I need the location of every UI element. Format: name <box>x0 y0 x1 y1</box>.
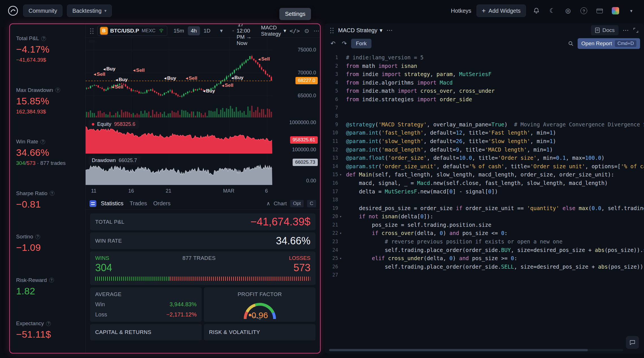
code-line[interactable]: 6from indie.strategies import order_side <box>325 95 644 104</box>
code-line[interactable]: 9@strategy('MACD Strategy', overlay_main… <box>325 120 644 129</box>
info-icon[interactable]: ? <box>55 88 60 92</box>
symbol-selector[interactable]: B BTC/USD.P MEXC <box>97 26 167 36</box>
theme-toggle-button[interactable]: ☾ <box>547 5 558 16</box>
c-button[interactable]: C <box>307 200 316 207</box>
code-line[interactable]: 8 <box>325 112 644 120</box>
code-line[interactable]: 1# indie:lang_version = 5 <box>325 53 644 62</box>
fold-chevron-icon[interactable]: ▾ <box>338 212 343 221</box>
open-report-button[interactable]: Open Report Cmd+D <box>578 38 640 49</box>
fold-chevron-icon[interactable]: ▾ <box>338 171 343 179</box>
profit-factor-title: PROFIT FACTOR <box>204 291 316 297</box>
tab-orders[interactable]: Orders <box>153 200 171 207</box>
code-line[interactable]: 16 macd, signal, _ = Macd.new(self.close… <box>325 179 644 187</box>
undo-button[interactable]: ↶ <box>328 39 338 48</box>
equity-pane[interactable]: Equity 958325.6 <box>86 118 271 154</box>
drag-handle-icon[interactable] <box>330 27 334 33</box>
info-icon[interactable]: ? <box>41 36 46 41</box>
strategy-selector[interactable]: MACD Strategy ▾ <box>261 25 286 37</box>
code-line[interactable]: 11@param.int('slow_length', default=26, … <box>325 137 644 146</box>
fold-chevron-icon[interactable]: ▾ <box>338 229 343 238</box>
docs-button[interactable]: Docs <box>591 25 619 35</box>
tab-trades[interactable]: Trades <box>130 200 147 207</box>
code-line[interactable]: 23 # reverse previous position if exists… <box>325 238 644 246</box>
info-icon[interactable]: ? <box>40 139 45 144</box>
code-area[interactable]: 1# indie:lang_version = 52from math impo… <box>325 50 644 346</box>
code-line[interactable]: 20▾ if not isnan(delta[0]): <box>325 212 644 221</box>
collapse-chevron-icon[interactable]: ∧ <box>266 200 270 207</box>
timeframe-4h[interactable]: 4h <box>188 26 200 35</box>
timeframe-menu-button[interactable]: ▾ <box>217 26 226 35</box>
price-chart-pane[interactable]: ◀Sell◀Buy◀Sell◀Buy◀Sell◀Buy◀Sell◀Buy◀Sel… <box>86 38 271 118</box>
code-line[interactable]: 10@param.int('fast_length', default=12, … <box>325 129 644 137</box>
code-line[interactable]: 3from indie import strategy, param, MutS… <box>325 70 644 79</box>
code-line[interactable]: 17 delta = MutSeriesF.new(macd[0] - sign… <box>325 187 644 196</box>
scrollbar-thumb[interactable] <box>329 349 588 351</box>
avg-loss-value: −2,171.12% <box>166 311 197 318</box>
backtesting-menu-button[interactable]: Backtesting ▾ <box>67 5 112 17</box>
code-line[interactable]: 4from indie.algorithms import Macd <box>325 79 644 87</box>
title-menu-button[interactable]: ⋯ <box>386 27 393 34</box>
code-line[interactable]: 24 self.trading.place_order(order_side.B… <box>325 246 644 255</box>
risk-volatility-section[interactable]: RISK & VOLATILITY <box>204 324 316 340</box>
code-editor-button[interactable]: </> <box>290 27 300 34</box>
more-options-button[interactable]: ⋯ <box>314 27 319 34</box>
stat-label: Total P&L <box>16 35 39 42</box>
info-icon[interactable]: ? <box>35 234 40 239</box>
equity-legend[interactable]: Equity 958325.6 <box>88 120 139 129</box>
timeframe-15m[interactable]: 15m <box>171 26 187 35</box>
hotkeys-button[interactable]: Hotkeys <box>451 8 471 14</box>
price-axis[interactable]: 75000.0 70000.0 68227.0 65000.0 1000000.… <box>271 38 320 198</box>
editor-menu-button[interactable]: ⋯ <box>623 27 629 34</box>
code-line[interactable]: 21 pos_size = self.trading.position.size <box>325 221 644 229</box>
redo-button[interactable]: ↷ <box>340 39 349 48</box>
chat-button[interactable] <box>626 336 639 349</box>
time-axis[interactable]: 111621MAR6 <box>86 185 271 198</box>
discover-button[interactable]: ◎ <box>563 5 573 16</box>
code-line[interactable]: 2from math import isnan <box>325 62 644 70</box>
drawdown-legend[interactable]: Drawdown 66025.7 <box>88 156 140 165</box>
workspace-menu-button[interactable]: ▾ <box>626 5 637 16</box>
code-line[interactable]: 7 <box>325 104 644 112</box>
info-icon[interactable]: ? <box>50 191 55 196</box>
code-line[interactable]: 19 desired_pos_size = order_size if orde… <box>325 204 644 213</box>
drawdown-pane[interactable]: Drawdown 66025.7 <box>86 154 271 185</box>
strategy-title-selector[interactable]: MACD Strategy ▾ <box>338 27 382 34</box>
code-line[interactable]: 26 self.trading.place_order(order_side.S… <box>325 263 644 271</box>
horizontal-scrollbar[interactable] <box>329 349 623 351</box>
code-line[interactable]: 27 <box>325 271 644 279</box>
code-line[interactable]: 13@param.float('order_size', default=10.… <box>325 154 644 162</box>
fold-chevron-icon[interactable]: ▾ <box>338 254 343 263</box>
code-line[interactable]: 18 <box>325 196 644 204</box>
profit-factor-value: 0.96 <box>204 310 316 320</box>
code-line[interactable]: 15▾def Main(self, fast_length, slow_leng… <box>325 171 644 179</box>
code-line[interactable]: 14@param.str('order_size_unit', default=… <box>325 162 644 171</box>
windows-button[interactable] <box>594 5 605 16</box>
community-button[interactable]: Community <box>23 5 62 17</box>
workspace-button[interactable] <box>610 5 621 16</box>
drawdown-label: Drawdown <box>92 158 116 163</box>
add-widgets-button[interactable]: + Add Widgets <box>477 5 526 17</box>
expand-icon[interactable] <box>633 27 639 33</box>
code-line[interactable]: 12@param.int('macd_length', default=9, t… <box>325 146 644 154</box>
timeframe-1D[interactable]: 1D <box>201 26 214 35</box>
code-line[interactable]: 5from indie.math import cross_over, cros… <box>325 87 644 95</box>
code-line[interactable]: 22▾ if cross_over(delta, 0) and pos_size… <box>325 229 644 238</box>
average-card: AVERAGE Win3,944.83% Loss−2,171.12% <box>90 287 202 322</box>
notifications-button[interactable] <box>531 5 542 16</box>
info-icon[interactable]: ? <box>49 278 54 282</box>
opt-button[interactable]: Opt <box>290 200 303 207</box>
search-icon[interactable] <box>568 41 574 46</box>
info-icon[interactable]: ? <box>46 321 51 326</box>
help-button[interactable]: ? <box>578 5 589 16</box>
drag-handle-icon[interactable] <box>90 28 94 34</box>
code-line[interactable]: 25▾ elif cross_under(delta, 0) and pos_s… <box>325 254 644 263</box>
fork-button[interactable]: Fork <box>351 39 371 48</box>
chart-toggle-button[interactable]: Chart <box>274 200 287 207</box>
app-logo[interactable] <box>7 5 19 16</box>
statistics-panel-icon[interactable] <box>90 200 96 207</box>
target-icon[interactable]: ⊙ <box>304 27 309 34</box>
line-number: 27 <box>327 271 338 279</box>
tab-statistics[interactable]: Statistics <box>101 200 123 207</box>
help-icon: ? <box>580 7 587 14</box>
capital-returns-section[interactable]: CAPITAL & RETURNS <box>90 324 202 340</box>
